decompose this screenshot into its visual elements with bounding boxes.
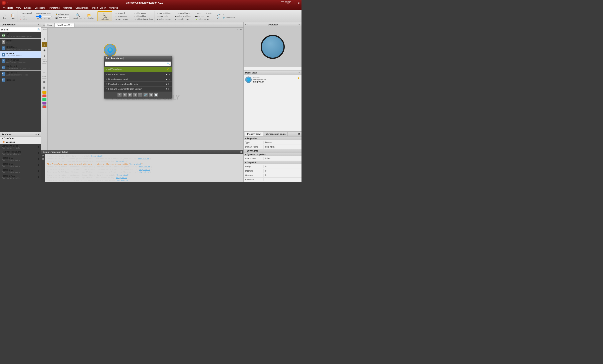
domain-name-input[interactable]: [265, 146, 300, 148]
list-item[interactable]: ◉ Domain An internet domain: [0, 51, 41, 58]
select-links-button[interactable]: 🔗 Select Links: [222, 16, 236, 19]
transform-search-input[interactable]: [106, 62, 167, 65]
select-neighbors-button[interactable]: ◆ Select Neighbors: [174, 15, 192, 18]
prop-tab-hub[interactable]: Hub Transform Inputs: [263, 132, 288, 136]
copy-button[interactable]: ⎘ Copy: [2, 13, 9, 20]
output-link[interactable]: heig-vd.ch: [117, 179, 128, 181]
minimize-button[interactable]: ─: [281, 1, 284, 4]
list-item[interactable]: NS NS Record A DNS name server record: [0, 71, 41, 77]
fit-graph-button[interactable]: ⊡: [222, 13, 236, 16]
list-item[interactable]: MX MX Record A DNS mail exchange record: [0, 64, 41, 71]
dialog-link-btn[interactable]: 🔗: [143, 93, 148, 97]
tab-close-btn[interactable]: ✕: [71, 24, 72, 26]
menu-entities[interactable]: Entities: [23, 6, 33, 9]
side-tool-layout2[interactable]: ⊟: [42, 42, 47, 47]
select-none-button[interactable]: ⊟ Select None: [115, 15, 131, 18]
machine-download-icon[interactable]: ↓: [36, 164, 38, 166]
select-bookmarked-button[interactable]: ★ Select Bookmarked: [194, 12, 214, 15]
transforms-section-header[interactable]: + Transforms: [0, 137, 41, 140]
machine-item[interactable]: Footprint L3 This performs a level ... ↓…: [0, 168, 41, 174]
output-link[interactable]: heig-vd.ch: [117, 174, 128, 176]
run-view-close-btn[interactable]: ✕: [38, 133, 40, 136]
transform-detail-icon[interactable]: ▷: [168, 83, 170, 85]
transform-run-icon[interactable]: ▶: [166, 83, 167, 85]
output-clear-icon[interactable]: 🗑: [42, 158, 44, 160]
dialog-cut-btn[interactable]: ✂: [138, 93, 142, 97]
dialog-grid-btn[interactable]: ⊞: [149, 93, 153, 97]
side-tool-redo[interactable]: ↪: [42, 70, 47, 75]
add-path-button[interactable]: ⟶ Add Path: [156, 15, 172, 18]
overview-prev-btn[interactable]: ‹: [245, 23, 246, 26]
tab-prev-btn[interactable]: ‹: [43, 24, 44, 26]
dialog-settings-btn[interactable]: ⚙: [128, 93, 132, 97]
menu-transforms[interactable]: Transforms: [47, 6, 61, 9]
entity-palette-close[interactable]: ✕: [38, 23, 40, 26]
transform-item[interactable]: + Files and Documents from Domain ▶ ▷: [104, 86, 172, 91]
menu-view[interactable]: View: [15, 6, 23, 9]
output-link[interactable]: heig-vd.ch: [116, 160, 127, 162]
list-item[interactable]: B Banner Banner: [0, 39, 41, 45]
transform-item[interactable]: + All Transforms 🏷: [104, 67, 172, 72]
graph-canvas[interactable]: 100% FOR DEMO USE ONLY 🌐 heig Run Transf…: [48, 28, 244, 150]
dialog-close-btn[interactable]: ✕: [123, 93, 127, 97]
color-purple-btn[interactable]: [42, 102, 46, 105]
add-parents-button[interactable]: ↑ Add Parents: [133, 12, 154, 15]
side-tool-layout1[interactable]: ⊞: [42, 36, 47, 42]
normal-dropdown[interactable]: 🖼 Normal: [55, 16, 70, 20]
zoom-out-button[interactable]: 🔎-: [216, 16, 221, 19]
side-tool-undo[interactable]: ↩: [42, 64, 47, 70]
machine-item[interactable]: Footprint L2 This performs a level ... ↓…: [0, 162, 41, 168]
zoom-in-button[interactable]: 🔎+: [216, 13, 221, 16]
settings-icon[interactable]: ⊞: [297, 1, 300, 4]
color-green-btn[interactable]: [42, 98, 46, 101]
prop-tab-property[interactable]: Property View: [245, 132, 263, 136]
transform-detail-icon[interactable]: ▷: [168, 73, 170, 76]
output-link[interactable]: heig-vd.ch: [138, 171, 149, 173]
machine-item[interactable]: Footprint L1 This performs a level ... ↓…: [0, 156, 41, 162]
machine-run-icon[interactable]: ▶: [38, 152, 40, 154]
machine-run-icon[interactable]: ▶: [38, 146, 40, 148]
add-similar-siblings-button[interactable]: ↔ Add Similar Siblings: [133, 18, 154, 21]
side-tool-view1[interactable]: ▦: [42, 80, 47, 85]
transform-run-icon[interactable]: ▶: [166, 78, 167, 81]
transform-run-icon[interactable]: ▶: [166, 87, 167, 90]
machine-download-icon[interactable]: ↓: [36, 176, 38, 178]
entity-selection-button[interactable]: ⬚ Entity Selection: [97, 11, 112, 21]
color-red-btn[interactable]: [42, 94, 46, 97]
cut-button[interactable]: ✂ Cut: [19, 15, 33, 18]
output-link[interactable]: heig-vd.ch: [116, 176, 127, 179]
list-item[interactable]: AS AS An internet Autonomous System...: [0, 32, 41, 39]
machine-download-icon[interactable]: ↓: [36, 170, 38, 172]
add-neighbors-button[interactable]: ✦ Add Neighbors: [156, 12, 172, 15]
side-tool-home[interactable]: ⌂: [42, 31, 47, 36]
transform-detail-icon[interactable]: ▷: [168, 87, 170, 90]
output-link[interactable]: heig-vd.ch: [138, 158, 149, 160]
overview-close-btn[interactable]: ✕: [298, 23, 300, 26]
output-close-btn[interactable]: ✕: [240, 151, 242, 153]
find-in-files-button[interactable]: 📂 Find in Files: [83, 13, 95, 20]
machines-section-header[interactable]: - ⚙ Machines: [0, 140, 41, 144]
delete-button[interactable]: ✕ Delete: [19, 18, 33, 21]
color-badge-btn[interactable]: [42, 105, 46, 108]
detail-close-btn[interactable]: ✕: [298, 71, 300, 74]
num-results-slider[interactable]: [36, 15, 52, 18]
dialog-edit-btn[interactable]: ✎: [117, 93, 122, 97]
menu-collections[interactable]: Collections: [33, 6, 47, 9]
search-btn-icon[interactable]: 🔍: [38, 28, 40, 31]
machine-item[interactable]: Find Wikipedia Edits This machine takes …: [0, 150, 41, 156]
select-all-button[interactable]: ⊞ Select All: [115, 12, 131, 15]
clear-graph-button[interactable]: ⬜ Clear Graph: [19, 12, 33, 15]
machine-item[interactable]: Footprint XXL This machine is built t...…: [0, 174, 41, 180]
output-link[interactable]: heig-vd.ch: [91, 155, 102, 157]
select-by-type-button[interactable]: ≡ Select by Type: [174, 18, 192, 21]
quick-find-button[interactable]: 🔍 Quick Find: [72, 13, 83, 20]
entity-search-input[interactable]: [9, 28, 37, 31]
color-orange-btn[interactable]: [42, 91, 46, 94]
machine-download-icon[interactable]: ↓: [36, 146, 38, 148]
run-view-add-btn[interactable]: +: [35, 133, 37, 136]
tab-new-graph[interactable]: New Graph (1) ✕: [55, 23, 75, 27]
select-parents-button[interactable]: ▲ Select Parents: [156, 18, 172, 21]
dialog-add-btn[interactable]: ⊕: [133, 93, 137, 97]
list-item[interactable]: D DNS Name Domain Name System server n..…: [0, 45, 41, 51]
machine-item[interactable]: Company Stalker This machine will try t.…: [0, 144, 41, 150]
